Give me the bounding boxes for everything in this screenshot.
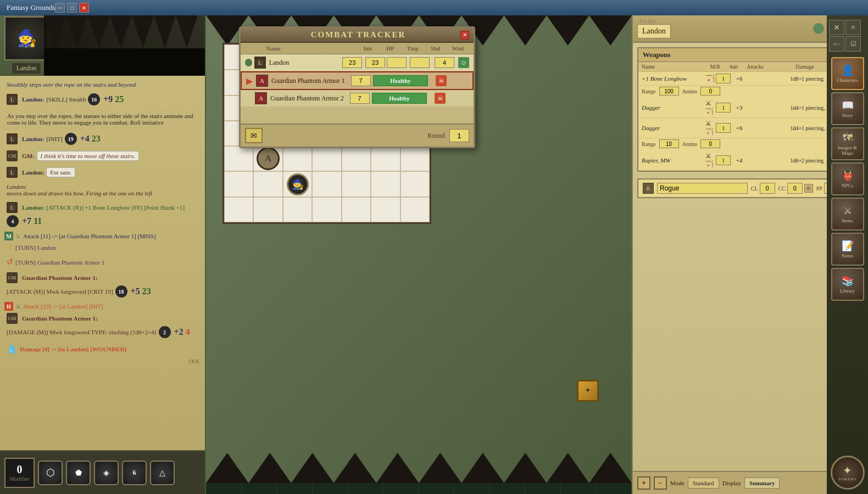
map-cell[interactable]: [224, 171, 253, 197]
map-cell[interactable]: [224, 197, 253, 222]
coord-a6: A-6: [383, 483, 419, 494]
char-name-display: Landon: [637, 24, 671, 38]
map-cell[interactable]: [400, 171, 430, 197]
map-cell[interactable]: [312, 171, 341, 197]
story-icon: 📖: [842, 99, 854, 111]
ammo-input-dagger2[interactable]: [700, 139, 720, 148]
nav-sm-btn-check[interactable]: ☑: [845, 36, 861, 52]
init-input-landon[interactable]: [342, 57, 362, 68]
cc-input[interactable]: [787, 183, 803, 194]
mode-value[interactable]: Standard: [688, 478, 719, 489]
coord-a12: A-12: [596, 483, 632, 494]
class-name-input[interactable]: [657, 183, 748, 194]
display-value[interactable]: Summary: [744, 478, 780, 489]
envelope-button[interactable]: ✉: [245, 128, 263, 143]
wnd-input-landon[interactable]: [435, 57, 454, 68]
d8-dice[interactable]: ◈: [94, 461, 119, 485]
svg-marker-0: [44, 15, 66, 48]
nav-btn-images-maps[interactable]: 🗺 Images & Maps: [831, 127, 864, 160]
roll-badge: 16: [88, 93, 100, 105]
map-cell[interactable]: [400, 146, 430, 171]
chat-entry: L Landon: [SKILL] Stealth 16 +9 25: [4, 92, 201, 106]
roll-badge4: 18: [115, 285, 127, 297]
range-input-dagger2[interactable]: [659, 139, 679, 148]
map-cell[interactable]: [224, 146, 253, 171]
weapon-att-dagger2: 1: [716, 123, 731, 133]
nav-sm-btn-cross[interactable]: ✕: [829, 20, 844, 35]
map-cell[interactable]: 🧙: [283, 171, 312, 197]
tracker-row-guardian1[interactable]: ▶ A Guardian Phantom Armor 1 Healthy ☠: [241, 71, 474, 90]
tracker-title: Combat Tracker: [256, 30, 460, 40]
hp-input-landon[interactable]: [365, 57, 385, 68]
minimize-button[interactable]: ─: [55, 3, 65, 13]
round-input[interactable]: [449, 129, 469, 142]
characters-icon: 👤: [842, 64, 854, 76]
svg-rect-7: [44, 48, 205, 76]
maximize-button[interactable]: □: [67, 3, 77, 13]
range-input-longbow[interactable]: [659, 87, 679, 96]
tracker-row-landon[interactable]: L Landon ☺: [241, 54, 474, 71]
d10-dice[interactable]: ⬡: [38, 461, 63, 485]
map-cell[interactable]: [283, 197, 312, 222]
nav-btn-characters[interactable]: 👤 Characters: [831, 57, 864, 90]
tracker-row-guardian2[interactable]: A Guardian Phantom Armor 2 Healthy ☠: [241, 90, 474, 107]
d6-dice[interactable]: 6: [122, 461, 147, 485]
map-cell[interactable]: [253, 197, 282, 222]
map-cell[interactable]: [253, 171, 282, 197]
map-cell[interactable]: ✦: [400, 197, 430, 222]
chat-entry: GM GM: I think it's time to move off the…: [4, 149, 201, 162]
row-indicator: [245, 59, 252, 66]
coord-a10: A-10: [525, 483, 561, 494]
d4-dice[interactable]: △: [150, 461, 175, 485]
chat-log[interactable]: Stealthly steps over the rope on the sta…: [0, 76, 205, 450]
map-cell[interactable]: [283, 146, 312, 171]
gm-icon: GM: [7, 150, 18, 161]
roll-badge5: 2: [159, 326, 171, 338]
map-cell[interactable]: [371, 146, 400, 171]
init-input-guardian2[interactable]: [350, 93, 370, 104]
tracker-spacer: [241, 107, 474, 124]
nav-sm-btn-list[interactable]: ≡: [845, 20, 861, 35]
map-cell[interactable]: A: [253, 146, 282, 171]
d20-dice[interactable]: ⬟: [66, 461, 91, 485]
ammo-input-longbow[interactable]: [700, 87, 720, 96]
window-controls: ─ □ ✕: [55, 3, 89, 13]
tracker-titlebar: Combat Tracker ✕: [241, 28, 474, 43]
tokens-area[interactable]: ✦ TOKENs: [831, 456, 865, 490]
nav-btn-story[interactable]: 📖 Story: [831, 92, 864, 125]
nav-btn-npcs[interactable]: 👹 NPCs: [831, 162, 864, 195]
map-cell[interactable]: [342, 146, 371, 171]
row-icon-guardian2: A: [255, 92, 267, 104]
nav-btn-library[interactable]: 📚 Library: [831, 268, 864, 301]
map-cell[interactable]: [312, 146, 341, 171]
map-cell[interactable]: [342, 171, 371, 197]
map-cell[interactable]: [371, 171, 400, 197]
close-button[interactable]: ✕: [79, 3, 89, 13]
map-token-orange[interactable]: ✦: [577, 380, 599, 402]
remove-button[interactable]: −: [654, 476, 667, 490]
circle-btn-green[interactable]: [813, 23, 824, 34]
map-token-landon[interactable]: 🧙: [287, 173, 309, 195]
tracker-close-button[interactable]: ✕: [460, 31, 469, 40]
weapon-bonus-dagger1: +3: [731, 104, 748, 111]
map-cell[interactable]: [342, 197, 371, 222]
coord-a1: A-1: [206, 483, 242, 494]
nav-btn-items[interactable]: ⚔ Items: [831, 198, 864, 231]
tmp-input-landon[interactable]: [387, 57, 407, 68]
add-button[interactable]: +: [637, 476, 650, 490]
coord-a9: A-9: [490, 483, 526, 494]
class-cl: CL: [751, 183, 775, 194]
sbd-input-landon[interactable]: [410, 57, 430, 68]
row-name-guardian1: Guardian Phantom Armor 1: [271, 77, 348, 85]
map-cell[interactable]: [371, 197, 400, 222]
map-token-armor2[interactable]: A: [257, 147, 280, 170]
nav-sm-btn-plusminus[interactable]: +/−: [829, 36, 844, 52]
init-input-guardian1[interactable]: [351, 75, 371, 86]
nav-btn-notes[interactable]: 📝 Notes: [831, 233, 864, 266]
cl-input[interactable]: [760, 183, 775, 194]
round-label: Round: [427, 132, 445, 140]
row-init-guardian2: [347, 93, 372, 104]
map-cell[interactable]: [312, 197, 341, 222]
wh-mr-icon: [700, 64, 710, 70]
dungeon-background: [44, 15, 205, 76]
